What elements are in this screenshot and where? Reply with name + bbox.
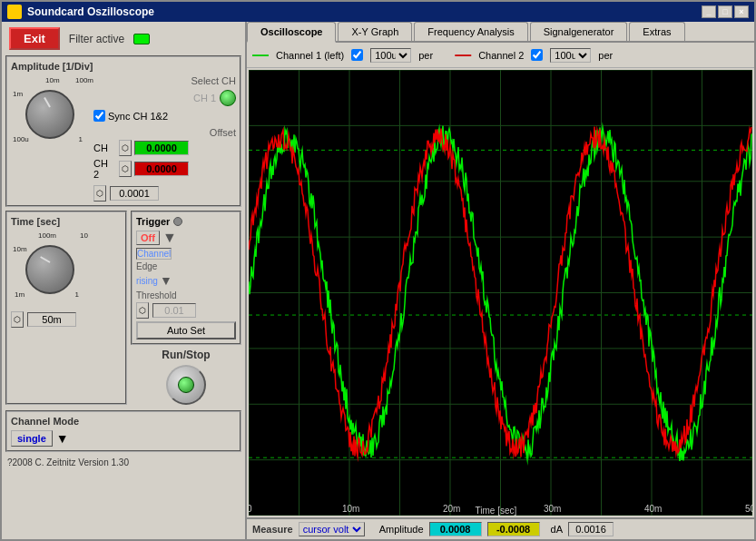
main-content: Exit Filter active Amplitude [1/Div] 10m… bbox=[2, 22, 754, 539]
run-stop-led bbox=[178, 377, 194, 393]
scope-canvas bbox=[249, 70, 752, 516]
time-knob[interactable] bbox=[25, 245, 74, 294]
select-ch-label: Select CH bbox=[191, 75, 236, 86]
trigger-off-button[interactable]: Off bbox=[136, 231, 160, 245]
main-window: Soundcard Oszilloscope _ □ × Exit Filter… bbox=[0, 0, 756, 541]
amplitude-val-cyan: 0.0008 bbox=[429, 522, 482, 536]
close-button[interactable]: × bbox=[734, 5, 749, 18]
rising-dropdown-arrow[interactable]: ▼ bbox=[160, 273, 172, 288]
amplitude-section: Amplitude [1/Div] 10m 1m 100m 100u 1 bbox=[5, 55, 241, 207]
cursor-select[interactable]: cursor volt bbox=[299, 522, 365, 536]
time-label-1m: 1m bbox=[15, 290, 25, 299]
ch1-row: CH 1 bbox=[93, 90, 236, 106]
channel-mode-arrow[interactable]: ▼ bbox=[56, 431, 69, 446]
ch2-offset-display: 0.0000 bbox=[134, 162, 189, 176]
amp-label-1: 1 bbox=[79, 135, 83, 143]
amplitude-knob-container: 10m 1m 100m 100u 1 bbox=[11, 75, 88, 152]
ch1-offset-label: CH bbox=[93, 143, 116, 153]
ch1-offset-display: 0.0000 bbox=[134, 141, 189, 155]
amplitude-title: Amplitude [1/Div] bbox=[11, 61, 236, 72]
time-input-row: ⬡ 50m bbox=[11, 311, 122, 328]
bottom-bar: Measure cursor volt Amplitude 0.0008 -0.… bbox=[247, 517, 754, 539]
tab-xy-graph[interactable]: X-Y Graph bbox=[338, 22, 412, 41]
time-trigger-row: Time [sec] 100m 10m 1m 10 1 ⬡ 50m bbox=[5, 211, 241, 405]
time-input-display: 50m bbox=[27, 312, 76, 327]
da-value: 0.0016 bbox=[568, 522, 614, 536]
tab-signalgenerator[interactable]: Signalgenerator bbox=[530, 22, 628, 41]
maximize-button[interactable]: □ bbox=[718, 5, 732, 18]
ch1-offset-spin[interactable]: ⬡ bbox=[119, 140, 132, 156]
ch1-per-select[interactable]: 100u bbox=[370, 48, 411, 63]
ch2-per-suffix: per bbox=[598, 50, 613, 61]
time-spin[interactable]: ⬡ bbox=[11, 311, 24, 328]
amp-label-10m: 10m bbox=[45, 76, 60, 84]
ch2-offset-label: CH 2 bbox=[93, 158, 116, 180]
ch1-offset-row: CH ⬡ 0.0000 bbox=[93, 140, 236, 156]
run-stop-button[interactable] bbox=[166, 365, 206, 405]
trigger-edge-label: Edge bbox=[136, 261, 157, 271]
ch1-channel-label: Channel 1 (left) bbox=[276, 50, 344, 61]
run-stop-label: Run/Stop bbox=[162, 349, 210, 361]
time-label-1: 1 bbox=[75, 290, 79, 299]
channel-mode-select[interactable]: single bbox=[11, 430, 53, 447]
time-title: Time [sec] bbox=[11, 216, 122, 227]
trigger-section: Trigger Off ▼ Channel Edge bbox=[131, 211, 241, 345]
amp-input-row: ⬡ 0.0001 bbox=[93, 185, 236, 202]
right-controls: Trigger Off ▼ Channel Edge bbox=[131, 211, 241, 405]
offset-label: Offset bbox=[93, 127, 236, 138]
time-label-10: 10 bbox=[80, 231, 88, 240]
ch2-channel-checkbox[interactable] bbox=[531, 49, 543, 61]
ch2-per-select[interactable]: 100u bbox=[550, 48, 591, 63]
ch2-offset-row: CH 2 ⬡ 0.0000 bbox=[93, 158, 236, 180]
time-label-100m: 100m bbox=[38, 231, 56, 240]
amplitude-knob[interactable] bbox=[25, 90, 74, 139]
run-stop-section: Run/Stop bbox=[131, 349, 241, 405]
minimize-button[interactable]: _ bbox=[702, 5, 716, 18]
threshold-spin[interactable]: ⬡ bbox=[136, 302, 149, 319]
tab-oscilloscope[interactable]: Oscilloscope bbox=[247, 22, 336, 43]
ch2-offset-spin[interactable]: ⬡ bbox=[119, 161, 132, 177]
filter-label: Filter active bbox=[69, 33, 124, 45]
scope-display[interactable] bbox=[249, 70, 752, 516]
trigger-dropdown-arrow[interactable]: ▼ bbox=[162, 230, 177, 246]
filter-led bbox=[133, 34, 150, 44]
channel-mode-section: Channel Mode single ▼ bbox=[5, 410, 241, 452]
measure-label: Measure bbox=[252, 524, 293, 535]
sync-checkbox[interactable] bbox=[93, 110, 105, 122]
auto-set-button[interactable]: Auto Set bbox=[136, 321, 236, 339]
app-icon bbox=[7, 5, 22, 19]
sync-label: Sync CH 1&2 bbox=[108, 111, 168, 122]
ch2-dash: — bbox=[455, 45, 471, 64]
left-panel: Exit Filter active Amplitude [1/Div] 10m… bbox=[2, 22, 247, 539]
ch1-dash: — bbox=[252, 45, 269, 64]
top-bar: Exit Filter active bbox=[5, 25, 241, 52]
tabs-bar: Oscilloscope X-Y Graph Frequency Analysi… bbox=[247, 22, 754, 43]
amp-input-display: 0.0001 bbox=[110, 186, 159, 201]
sync-row: Sync CH 1&2 bbox=[93, 110, 236, 122]
amp-label-100u: 100u bbox=[13, 135, 29, 143]
ch1-led bbox=[220, 90, 236, 106]
offset-section: Offset CH ⬡ 0.0000 CH 2 ⬡ 0.0000 bbox=[93, 127, 236, 182]
title-buttons: _ □ × bbox=[702, 5, 749, 18]
tab-extras[interactable]: Extras bbox=[629, 22, 684, 41]
trigger-channel-select[interactable]: Channel bbox=[136, 248, 172, 260]
amplitude-label: Amplitude bbox=[379, 524, 424, 535]
right-panel: Oscilloscope X-Y Graph Frequency Analysi… bbox=[247, 22, 754, 539]
amplitude-val-yellow: -0.0008 bbox=[487, 522, 540, 536]
time-section: Time [sec] 100m 10m 1m 10 1 ⬡ 50m bbox=[5, 211, 127, 405]
title-bar: Soundcard Oszilloscope _ □ × bbox=[2, 2, 754, 22]
trigger-led bbox=[173, 217, 182, 226]
window-title: Soundcard Oszilloscope bbox=[27, 5, 696, 18]
version-text: ?2008 C. Zeitnitz Version 1.30 bbox=[5, 456, 241, 469]
ch2-channel-label: Channel 2 bbox=[478, 50, 524, 61]
amp-label-1m: 1m bbox=[13, 90, 23, 98]
time-knob-container: 100m 10m 1m 10 1 bbox=[11, 231, 88, 308]
tab-frequency-analysis[interactable]: Frequency Analysis bbox=[414, 22, 527, 41]
amp-spin[interactable]: ⬡ bbox=[93, 185, 106, 202]
exit-button[interactable]: Exit bbox=[9, 27, 60, 50]
ch1-channel-checkbox[interactable] bbox=[351, 49, 363, 61]
channel-mode-label: Channel Mode bbox=[11, 416, 236, 427]
threshold-label: Threshold bbox=[136, 290, 176, 300]
amplitude-controls: 10m 1m 100m 100u 1 Select CH bbox=[11, 75, 236, 202]
trigger-rising-label: rising bbox=[136, 276, 158, 286]
